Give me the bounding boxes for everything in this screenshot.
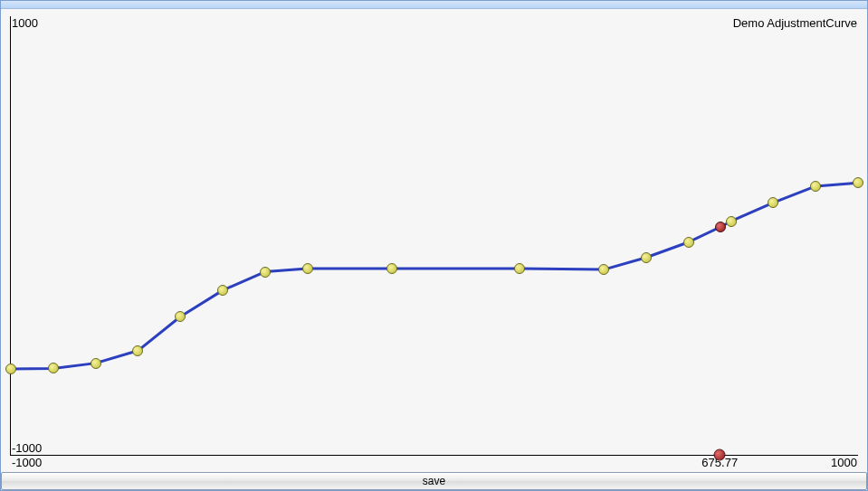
control-point[interactable] [175,311,186,322]
save-button[interactable]: save [1,472,867,490]
control-point[interactable] [386,263,397,274]
window-titlebar [1,1,867,9]
control-point[interactable] [217,285,228,296]
x-max-label: 1000 [831,456,857,469]
plot-area[interactable]: 1000 -1000 -1000 1000 Demo AdjustmentCur… [1,9,867,472]
chart-title: Demo AdjustmentCurve [733,16,857,30]
app-window: 1000 -1000 -1000 1000 Demo AdjustmentCur… [0,0,868,491]
control-point-active[interactable] [715,222,726,232]
x-min-label: -1000 [12,456,42,469]
y-max-label: 1000 [12,16,38,30]
control-point[interactable] [598,264,609,275]
y-min-label: -1000 [12,441,42,455]
control-point[interactable] [641,252,652,263]
curve-svg [11,16,858,455]
control-point[interactable] [260,267,271,278]
control-point[interactable] [514,263,525,274]
button-bar: save [1,472,867,490]
control-point[interactable] [48,363,59,373]
control-point[interactable] [726,216,737,227]
control-point[interactable] [5,364,16,374]
plot-inner[interactable] [10,16,858,456]
control-point[interactable] [810,181,821,192]
control-point[interactable] [683,237,694,248]
control-point[interactable] [768,197,778,208]
control-point[interactable] [132,345,143,356]
control-point[interactable] [91,358,101,369]
cursor-marker[interactable] [714,449,726,461]
control-point[interactable] [853,177,863,188]
control-point[interactable] [302,263,313,274]
